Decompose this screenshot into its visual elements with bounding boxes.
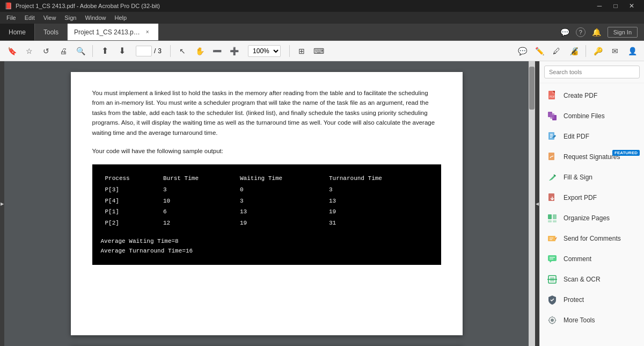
send-comments-icon bbox=[546, 233, 558, 244]
tool-organize-pages[interactable]: Organize Pages bbox=[540, 208, 644, 228]
hand-tool[interactable]: ✋ bbox=[192, 44, 207, 59]
page-number-input[interactable]: 2 bbox=[136, 46, 152, 56]
search-button[interactable]: 🔍 bbox=[73, 44, 88, 59]
more-tools-icon bbox=[546, 314, 558, 326]
menu-edit[interactable]: Edit bbox=[20, 13, 39, 22]
maximize-button[interactable]: □ bbox=[608, 0, 624, 12]
mail-button[interactable]: ✉ bbox=[608, 44, 623, 59]
cursor-tool[interactable]: ↖ bbox=[175, 44, 190, 59]
tab-document[interactable]: Project 1_CS 2413.p… × bbox=[68, 24, 158, 40]
tab-home[interactable]: Home bbox=[0, 24, 35, 40]
tab-close-button[interactable]: × bbox=[143, 28, 152, 37]
menu-window[interactable]: Window bbox=[80, 13, 110, 22]
zoom-out-button[interactable]: ➖ bbox=[209, 44, 224, 59]
menu-view[interactable]: View bbox=[39, 13, 61, 22]
menubar: File Edit View Sign Window Help bbox=[0, 12, 644, 24]
cell-turnaround: 3 bbox=[325, 184, 433, 196]
toolbar: 🔖 ☆ ↺ 🖨 🔍 ⬆ ⬇ 2 / 3 ↖ ✋ ➖ ➕ 100% 75% 125… bbox=[0, 41, 644, 61]
tool-export-pdf[interactable]: Export PDF bbox=[540, 188, 644, 208]
table-row: P[3] 3 0 3 bbox=[101, 184, 433, 196]
tool-comment[interactable]: Comment bbox=[540, 249, 644, 269]
menu-file[interactable]: File bbox=[2, 13, 20, 22]
cell-turnaround: 31 bbox=[325, 218, 433, 229]
prev-page-button[interactable]: ⬆ bbox=[97, 44, 112, 59]
right-panel-toggle[interactable]: ◀ bbox=[535, 61, 539, 346]
chat-icon[interactable]: 💬 bbox=[558, 26, 572, 39]
zoom-control: 100% 75% 125% 150% bbox=[248, 45, 281, 57]
comment-button[interactable]: 💬 bbox=[515, 44, 530, 59]
protect-icon bbox=[546, 294, 558, 306]
doc-paragraph-2: Your code will have the following sample… bbox=[92, 146, 441, 156]
stamp-button[interactable]: 🔏 bbox=[566, 44, 581, 59]
cell-waiting: 0 bbox=[236, 184, 325, 196]
col-waiting: Waiting Time bbox=[236, 173, 325, 184]
next-page-button[interactable]: ⬇ bbox=[114, 44, 129, 59]
cell-burst: 3 bbox=[159, 184, 236, 196]
tool-fill-sign[interactable]: Fill & Sign bbox=[540, 167, 644, 188]
tool-edit-pdf[interactable]: Edit PDF bbox=[540, 126, 644, 147]
cell-burst: 6 bbox=[159, 206, 236, 218]
zoom-in-button[interactable]: ➕ bbox=[226, 44, 241, 59]
minimize-button[interactable]: ─ bbox=[591, 0, 608, 12]
zoom-select[interactable]: 100% 75% 125% 150% bbox=[248, 45, 281, 57]
scan-ocr-icon bbox=[546, 273, 558, 285]
code-block: Process Burst Time Waiting Time Turnarou… bbox=[92, 164, 441, 265]
tab-tools[interactable]: Tools bbox=[35, 24, 68, 40]
scroll-thumb[interactable] bbox=[529, 67, 535, 110]
menu-sign[interactable]: Sign bbox=[60, 13, 80, 22]
cell-process: P[2] bbox=[101, 218, 159, 229]
share-button[interactable]: 👤 bbox=[625, 44, 640, 59]
col-burst: Burst Time bbox=[159, 173, 236, 184]
toolbar-separator-4 bbox=[586, 45, 586, 57]
menu-help[interactable]: Help bbox=[111, 13, 131, 22]
highlighter-button[interactable]: 🖊 bbox=[549, 44, 564, 59]
notification-icon[interactable]: 🔔 bbox=[590, 26, 603, 39]
edit-pdf-icon bbox=[546, 131, 558, 142]
tool-scan-ocr-label: Scan & OCR bbox=[564, 276, 601, 283]
close-button[interactable]: ✕ bbox=[624, 0, 640, 12]
pen-button[interactable]: ✏️ bbox=[532, 44, 547, 59]
comment-icon bbox=[546, 253, 558, 265]
signin-button[interactable]: Sign In bbox=[608, 27, 638, 38]
request-signatures-icon bbox=[546, 151, 558, 163]
page-separator: / bbox=[154, 47, 156, 55]
tool-combine-files-label: Combine Files bbox=[564, 112, 605, 120]
organize-pages-icon bbox=[546, 212, 558, 224]
keyboard-button[interactable]: ⌨ bbox=[311, 44, 326, 59]
tool-more-tools[interactable]: More Tools bbox=[540, 310, 644, 330]
left-panel-toggle[interactable]: ▶ bbox=[0, 61, 4, 346]
cell-turnaround: 19 bbox=[325, 206, 433, 218]
table-row: P[4] 10 3 13 bbox=[101, 196, 433, 207]
doc-paragraph-1: You must implement a linked list to hold… bbox=[92, 88, 441, 138]
print-button[interactable]: 🖨 bbox=[56, 44, 71, 59]
scrollbar[interactable] bbox=[529, 61, 535, 346]
help-icon[interactable]: ? bbox=[576, 27, 586, 37]
tool-scan-ocr[interactable]: Scan & OCR bbox=[540, 269, 644, 290]
tool-send-comments[interactable]: Send for Comments bbox=[540, 228, 644, 249]
star-button[interactable]: ☆ bbox=[21, 44, 36, 59]
fill-sign-icon bbox=[546, 171, 558, 183]
svg-point-25 bbox=[551, 319, 554, 322]
back-button[interactable]: ↺ bbox=[39, 44, 54, 59]
toolbar-separator-3 bbox=[289, 45, 290, 57]
bookmark-button[interactable]: 🔖 bbox=[4, 44, 19, 59]
tool-create-pdf[interactable]: PDF Create PDF bbox=[540, 85, 644, 106]
tool-combine-files[interactable]: Combine Files bbox=[540, 106, 644, 126]
svg-rect-19 bbox=[548, 255, 557, 261]
combine-files-icon bbox=[546, 110, 558, 122]
document-area[interactable]: You must implement a linked list to hold… bbox=[4, 61, 529, 346]
tool-more-tools-label: More Tools bbox=[564, 316, 595, 324]
cell-process: P[3] bbox=[101, 184, 159, 196]
cell-burst: 12 bbox=[159, 218, 236, 229]
avg-stats: Average Waiting Time=8 Average Turnaroun… bbox=[101, 236, 433, 256]
tool-protect[interactable]: Protect bbox=[540, 290, 644, 310]
key-button[interactable]: 🔑 bbox=[590, 44, 605, 59]
document-page: You must implement a linked list to hold… bbox=[71, 72, 463, 335]
svg-rect-16 bbox=[548, 236, 555, 241]
tool-request-signatures[interactable]: Request Signatures FEATURED bbox=[540, 147, 644, 167]
table-row: P[2] 12 19 31 bbox=[101, 218, 433, 229]
svg-rect-14 bbox=[548, 220, 552, 222]
grid-button[interactable]: ⊞ bbox=[294, 44, 309, 59]
tools-list: PDF Create PDF Combine Files Edit PDF bbox=[540, 83, 644, 346]
tools-search-input[interactable] bbox=[544, 66, 640, 78]
